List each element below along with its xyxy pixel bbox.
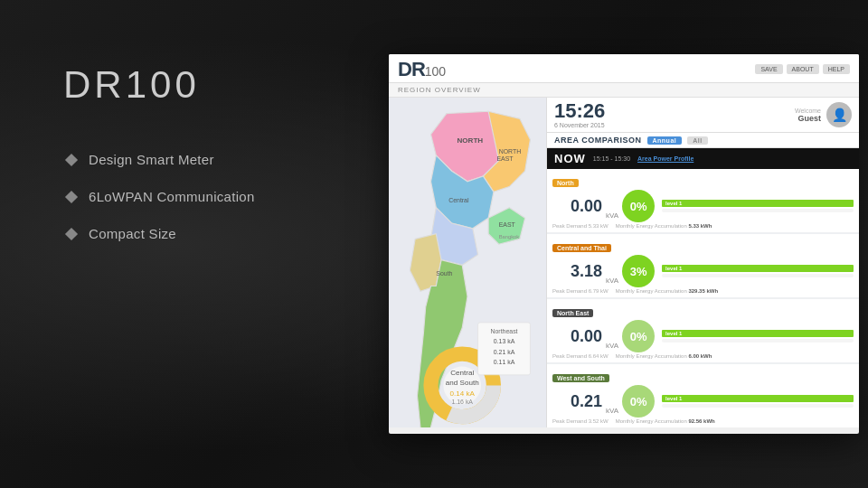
user-area: Welcome Guest 👤 (795, 102, 852, 127)
data-panel: 15:26 6 November 2015 Welcome Guest 👤 (547, 98, 859, 427)
svg-text:0.11 kA: 0.11 kA (494, 359, 515, 365)
svg-text:0.13 kA: 0.13 kA (494, 338, 515, 344)
region-value-central: 3.18 (552, 262, 602, 281)
tab-all[interactable]: All (687, 136, 707, 145)
region-data-south: 0.21 kVA 0% level 1 (552, 385, 854, 418)
now-time: 15:15 - 15:30 (593, 155, 630, 162)
svg-text:Northeast: Northeast (490, 328, 517, 334)
area-comparison-label: AREA COMPARISON (554, 136, 642, 145)
dashboard-body: NORTH NORTH EAST Central EAST South Bang… (389, 98, 859, 427)
region-row-central: Central and Thai 3.18 kVA 3% level 1 (547, 234, 859, 297)
dashboard-subtitle: REGION OVERVIEW (389, 83, 859, 98)
date-display: 6 November 2015 (554, 122, 605, 128)
logo-dr: DR (398, 58, 425, 81)
now-bar: NOW 15:15 - 15:30 Area Power Profile (547, 148, 859, 169)
map-panel: NORTH NORTH EAST Central EAST South Bang… (389, 98, 547, 427)
level-badge-central: level 1 (662, 265, 854, 272)
circle-north: 0% (622, 190, 655, 222)
dashboard-header: DR 100 SAVE ABOUT HELP (389, 54, 859, 83)
tab-annual[interactable]: Annual (647, 136, 683, 145)
data-topbar: 15:26 6 November 2015 Welcome Guest 👤 (547, 98, 859, 133)
bullet-item-1: Design Smart Meter (63, 152, 371, 167)
save-button[interactable]: SAVE (755, 64, 782, 74)
svg-text:and South: and South (446, 379, 479, 387)
circle-northeast: 0% (622, 320, 655, 352)
region-row-northeast: North East 0.00 kVA 0% level 1 (547, 299, 859, 362)
area-comparison-header: AREA COMPARISON Annual All (547, 133, 859, 148)
region-row-south: West and South 0.21 kVA 0% level 1 (547, 364, 859, 427)
region-value-south: 0.21 (552, 392, 602, 411)
region-value-northeast: 0.00 (552, 327, 602, 346)
kva-unit-central: kVA (606, 277, 618, 285)
time-display: 15:26 (554, 101, 605, 121)
region-row-north: North 0.00 kVA 0% level 1 (547, 169, 859, 232)
svg-text:Central: Central (450, 369, 474, 377)
chart-south (662, 404, 854, 408)
welcome-label: Welcome (795, 108, 821, 114)
region-data-north: 0.00 kVA 0% level 1 (552, 190, 854, 222)
bullet-text-1: Design Smart Meter (89, 152, 214, 167)
bullet-item-2: 6LoWPAN Communication (63, 189, 371, 204)
svg-text:NORTH: NORTH (499, 148, 522, 155)
help-button[interactable]: HELP (823, 64, 850, 74)
chart-central (662, 274, 854, 277)
region-label-north: North (552, 179, 579, 187)
bullet-item-3: Compact Size (63, 226, 371, 241)
bullet-diamond-icon-3 (65, 227, 78, 239)
bullet-list: Design Smart Meter 6LoWPAN Communication… (63, 152, 371, 241)
about-button[interactable]: ABOUT (787, 64, 819, 74)
left-panel: DR100 Design Smart Meter 6LoWPAN Communi… (63, 54, 371, 241)
sub-stats-northeast: Peak Demand 6.64 kW Monthly Energy Accum… (552, 353, 854, 359)
region-data-central: 3.18 kVA 3% level 1 (552, 255, 854, 287)
user-text: Welcome Guest (795, 108, 821, 123)
svg-text:EAST: EAST (499, 221, 516, 228)
svg-text:Central: Central (448, 197, 469, 203)
kva-unit-north: kVA (606, 211, 618, 220)
level-badge-northeast: level 1 (662, 330, 854, 337)
bullet-diamond-icon (65, 153, 78, 165)
svg-text:1.16 kA: 1.16 kA (451, 399, 473, 405)
region-data-northeast: 0.00 kVA 0% level 1 (552, 320, 854, 352)
circle-south: 0% (622, 385, 655, 418)
header-buttons: SAVE ABOUT HELP (755, 64, 850, 74)
svg-text:Bangkok: Bangkok (499, 234, 520, 239)
sub-stats-south: Peak Demand 3.52 kW Monthly Energy Accum… (552, 418, 854, 424)
regions-container: North 0.00 kVA 0% level 1 (547, 169, 859, 427)
logo-num: 100 (425, 64, 446, 79)
bullet-diamond-icon-2 (65, 190, 78, 202)
avatar: 👤 (826, 102, 852, 127)
chart-northeast (662, 339, 854, 343)
region-label-northeast: North East (552, 309, 593, 317)
user-name: Guest (795, 114, 821, 123)
svg-text:South: South (436, 270, 452, 277)
bullet-text-2: 6LoWPAN Communication (89, 189, 255, 204)
svg-text:NORTH: NORTH (457, 136, 483, 145)
circle-central: 3% (622, 255, 655, 287)
svg-text:EAST: EAST (496, 155, 514, 162)
sub-stats-north: Peak Demand 5.33 kW Monthly Energy Accum… (552, 223, 854, 229)
level-badge-north: level 1 (662, 200, 854, 207)
right-panel: DR 100 SAVE ABOUT HELP REGION OVERVIEW (371, 54, 859, 434)
svg-text:0.21 kA: 0.21 kA (494, 349, 515, 355)
now-label: NOW (554, 152, 586, 165)
page-title: DR100 (63, 63, 371, 107)
kva-unit-south: kVA (606, 407, 618, 415)
region-value-north: 0.00 (552, 197, 602, 216)
region-label-central: Central and Thai (552, 244, 611, 252)
dashboard-logo: DR 100 (398, 58, 446, 81)
kva-unit-northeast: kVA (606, 342, 618, 350)
region-label-south: West and South (552, 374, 609, 382)
screenshot-frame: DR 100 SAVE ABOUT HELP REGION OVERVIEW (389, 54, 859, 434)
thailand-map: NORTH NORTH EAST Central EAST South Bang… (394, 103, 541, 427)
now-profile-link[interactable]: Area Power Profile (637, 155, 693, 162)
level-badge-south: level 1 (662, 395, 854, 402)
page-wrapper: DR100 Design Smart Meter 6LoWPAN Communi… (0, 0, 868, 488)
svg-text:0.14 kA: 0.14 kA (450, 389, 476, 398)
sub-stats-central: Peak Demand 6.79 kW Monthly Energy Accum… (552, 288, 854, 294)
time-info: 15:26 6 November 2015 (554, 101, 605, 128)
bullet-text-3: Compact Size (89, 226, 176, 241)
chart-north (662, 209, 854, 212)
